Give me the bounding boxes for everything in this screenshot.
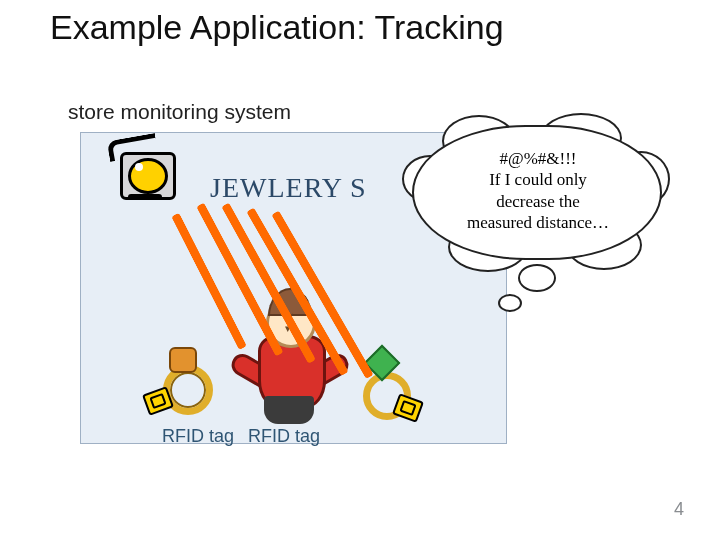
thought-line-4: measured distance… <box>467 213 609 232</box>
subtitle-text: store monitoring system <box>68 100 291 124</box>
store-heading: JEWLERY S <box>210 172 367 204</box>
thought-bubble-tail <box>518 264 556 292</box>
thought-bubble-tail <box>498 294 522 312</box>
thought-line-3: decrease the <box>496 192 580 211</box>
thought-bubble-text: #@%#&!!! If I could only decrease the me… <box>432 148 644 233</box>
rfid-tag-label: RFID tag <box>162 426 234 447</box>
slide-title: Example Application: Tracking <box>50 8 504 47</box>
thought-line-2: If I could only <box>489 170 587 189</box>
thought-line-1: #@%#&!!! <box>499 149 576 168</box>
rfid-tag-label: RFID tag <box>248 426 320 447</box>
alarm-camera-icon <box>100 134 190 214</box>
page-number: 4 <box>674 499 684 520</box>
